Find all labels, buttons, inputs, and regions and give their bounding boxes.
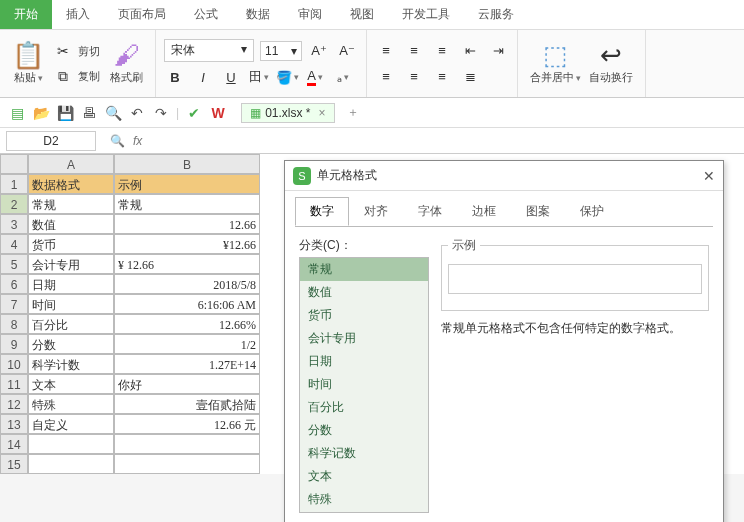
cell[interactable] — [114, 454, 260, 474]
ribbon-tab-3[interactable]: 公式 — [180, 0, 232, 29]
cell[interactable]: 日期 — [28, 274, 114, 294]
cell[interactable]: 12.66 — [114, 214, 260, 234]
category-item[interactable]: 文本 — [300, 465, 428, 488]
ribbon-tab-0[interactable]: 开始 — [0, 0, 52, 29]
redo-icon[interactable]: ↷ — [152, 104, 170, 122]
cell[interactable]: 会计专用 — [28, 254, 114, 274]
dialog-tab-3[interactable]: 边框 — [457, 197, 511, 226]
ribbon-tab-5[interactable]: 审阅 — [284, 0, 336, 29]
row-header[interactable]: 5 — [0, 254, 28, 274]
wrap-text-button[interactable]: ↩ 自动换行 — [585, 34, 637, 93]
italic-button[interactable]: I — [192, 66, 214, 88]
ribbon-tab-2[interactable]: 页面布局 — [104, 0, 180, 29]
save-icon[interactable]: 💾 — [56, 104, 74, 122]
checkmark-icon[interactable]: ✔ — [185, 104, 203, 122]
col-header-b[interactable]: B — [114, 154, 260, 174]
align-left-button[interactable]: ≡ — [375, 66, 397, 88]
merge-center-button[interactable]: ⬚ 合并居中 — [526, 34, 585, 93]
increase-font-button[interactable]: A⁺ — [308, 40, 330, 62]
category-item[interactable]: 货币 — [300, 304, 428, 327]
underline-button[interactable]: U — [220, 66, 242, 88]
cell[interactable]: 2018/5/8 — [114, 274, 260, 294]
cell[interactable]: 6:16:06 AM — [114, 294, 260, 314]
row-header[interactable]: 1 — [0, 174, 28, 194]
row-header[interactable]: 15 — [0, 454, 28, 474]
ribbon-tab-1[interactable]: 插入 — [52, 0, 104, 29]
cell[interactable]: 时间 — [28, 294, 114, 314]
print-icon[interactable]: 🖶 — [80, 104, 98, 122]
align-right-button[interactable]: ≡ — [431, 66, 453, 88]
paste-button[interactable]: 📋 粘贴 — [8, 40, 48, 87]
dialog-tab-2[interactable]: 字体 — [403, 197, 457, 226]
category-item[interactable]: 时间 — [300, 373, 428, 396]
cell[interactable]: 示例 — [114, 174, 260, 194]
border-button[interactable]: 田 — [248, 66, 270, 88]
cut-button[interactable]: ✂剪切 — [54, 42, 100, 60]
align-middle-button[interactable]: ≡ — [403, 40, 425, 62]
undo-icon[interactable]: ↶ — [128, 104, 146, 122]
row-header[interactable]: 14 — [0, 434, 28, 454]
cell[interactable]: 壹佰贰拾陆 — [114, 394, 260, 414]
cell[interactable]: 12.66% — [114, 314, 260, 334]
dialog-tab-5[interactable]: 保护 — [565, 197, 619, 226]
cell[interactable]: 数值 — [28, 214, 114, 234]
cell[interactable]: 常规 — [114, 194, 260, 214]
ribbon-tab-8[interactable]: 云服务 — [464, 0, 528, 29]
cell[interactable] — [28, 434, 114, 454]
dialog-tab-0[interactable]: 数字 — [295, 197, 349, 226]
align-top-button[interactable]: ≡ — [375, 40, 397, 62]
fx-icon[interactable]: fx — [133, 134, 142, 148]
row-header[interactable]: 9 — [0, 334, 28, 354]
align-bottom-button[interactable]: ≡ — [431, 40, 453, 62]
category-item[interactable]: 特殊 — [300, 488, 428, 511]
cell[interactable]: 货币 — [28, 234, 114, 254]
row-header[interactable]: 13 — [0, 414, 28, 434]
cell[interactable]: 特殊 — [28, 394, 114, 414]
dialog-tab-4[interactable]: 图案 — [511, 197, 565, 226]
category-item[interactable]: 分数 — [300, 419, 428, 442]
ribbon-tab-6[interactable]: 视图 — [336, 0, 388, 29]
category-list[interactable]: 常规数值货币会计专用日期时间百分比分数科学记数文本特殊自定义 — [299, 257, 429, 513]
cell[interactable]: ¥12.66 — [114, 234, 260, 254]
category-item[interactable]: 会计专用 — [300, 327, 428, 350]
row-header[interactable]: 11 — [0, 374, 28, 394]
font-color-button[interactable]: A — [304, 66, 326, 88]
bold-button[interactable]: B — [164, 66, 186, 88]
cell[interactable]: 1/2 — [114, 334, 260, 354]
cell[interactable]: 常规 — [28, 194, 114, 214]
row-header[interactable]: 10 — [0, 354, 28, 374]
cell[interactable]: 1.27E+14 — [114, 354, 260, 374]
cell[interactable]: 数据格式 — [28, 174, 114, 194]
decrease-font-button[interactable]: A⁻ — [336, 40, 358, 62]
row-header[interactable]: 7 — [0, 294, 28, 314]
cell[interactable]: 自定义 — [28, 414, 114, 434]
ribbon-tab-4[interactable]: 数据 — [232, 0, 284, 29]
align-center-button[interactable]: ≡ — [403, 66, 425, 88]
cell[interactable] — [114, 434, 260, 454]
row-header[interactable]: 4 — [0, 234, 28, 254]
search-icon[interactable]: 🔍 — [110, 134, 125, 148]
row-header[interactable]: 3 — [0, 214, 28, 234]
cell[interactable]: 你好 — [114, 374, 260, 394]
cell[interactable]: 文本 — [28, 374, 114, 394]
justify-button[interactable]: ≣ — [459, 66, 481, 88]
cell[interactable]: 分数 — [28, 334, 114, 354]
file-tab[interactable]: ▦ 01.xlsx * × — [241, 103, 334, 123]
indent-dec-button[interactable]: ⇤ — [459, 40, 481, 62]
copy-button[interactable]: ⧉复制 — [54, 67, 100, 85]
cell[interactable]: 12.66 元 — [114, 414, 260, 434]
preview-icon[interactable]: 🔍 — [104, 104, 122, 122]
name-box[interactable]: D2 — [6, 131, 96, 151]
cell[interactable]: 百分比 — [28, 314, 114, 334]
select-all-corner[interactable] — [0, 154, 28, 174]
cell[interactable]: ¥ 12.66 — [114, 254, 260, 274]
format-painter-button[interactable]: 🖌 格式刷 — [106, 40, 147, 87]
row-header[interactable]: 6 — [0, 274, 28, 294]
row-header[interactable]: 12 — [0, 394, 28, 414]
wps-icon[interactable]: W — [209, 104, 227, 122]
dialog-tab-1[interactable]: 对齐 — [349, 197, 403, 226]
font-name-select[interactable]: 宋体▾ — [164, 39, 254, 62]
file-tab-close[interactable]: × — [318, 106, 325, 120]
fill-color-button[interactable]: 🪣 — [276, 66, 298, 88]
category-item[interactable]: 科学记数 — [300, 442, 428, 465]
